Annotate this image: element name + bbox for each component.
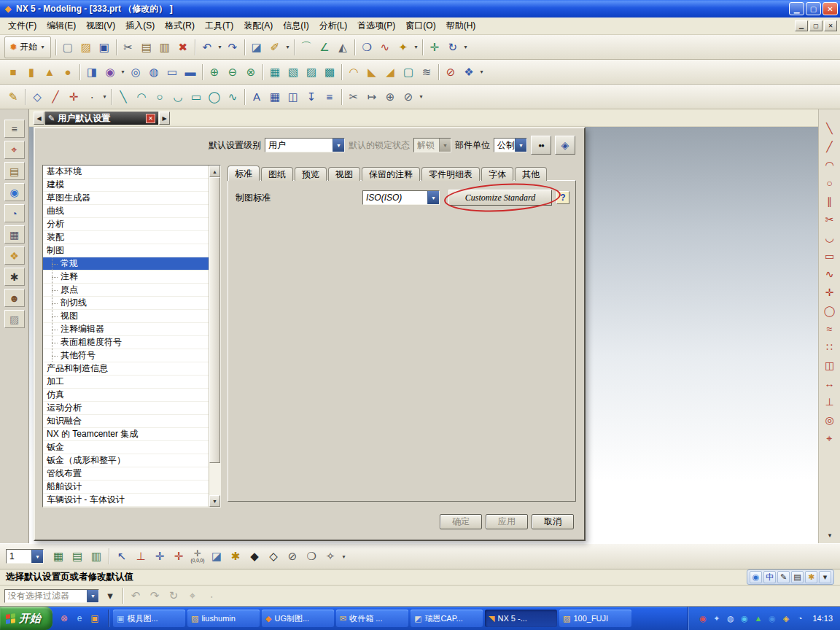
tab-other[interactable]: 其他: [515, 167, 547, 181]
refresh-selection-icon[interactable]: ↻: [165, 587, 182, 604]
drafting-standard-combo[interactable]: ISO(ISO) ▼: [362, 190, 440, 205]
patch-icon[interactable]: ▩: [321, 63, 338, 81]
tree-item[interactable]: 装配: [43, 231, 209, 244]
task-ruien-cap[interactable]: ◩瑞恩CAP...: [411, 610, 483, 627]
templates-icon[interactable]: ▨: [4, 310, 25, 328]
tree-item[interactable]: 草图生成器: [43, 192, 209, 205]
tab-font[interactable]: 字体: [481, 167, 513, 181]
part-navigator-icon[interactable]: ▤: [4, 162, 25, 180]
dialog-close-button[interactable]: ✕: [146, 114, 155, 123]
mirror-icon[interactable]: ◫: [284, 88, 302, 106]
tree-item[interactable]: 钣金（成形和整平）: [43, 454, 209, 467]
fillet-icon[interactable]: ◡: [822, 230, 838, 246]
task-inbox[interactable]: ✉收件箱 ...: [336, 610, 408, 627]
close-button[interactable]: ✕: [822, 2, 838, 15]
navigator-grip-icon[interactable]: ≡: [4, 120, 25, 138]
face-analysis-icon[interactable]: ✦: [394, 39, 412, 56]
customize-standard-button[interactable]: Customize Standard: [448, 190, 552, 206]
snap-point-icon[interactable]: ✛: [426, 39, 443, 56]
deselect-all-icon[interactable]: ∙: [203, 587, 220, 604]
offset-curve-icon[interactable]: ≡: [321, 88, 338, 106]
block-icon[interactable]: ■: [4, 63, 22, 81]
draft-icon[interactable]: ◢: [381, 63, 399, 81]
paste-icon[interactable]: ▥: [156, 39, 174, 56]
task-100-fuji[interactable]: ▨100_FUJI: [559, 610, 631, 627]
arc-icon[interactable]: ◠: [133, 88, 150, 106]
tree-item[interactable]: 运动分析: [43, 402, 209, 415]
derived-line-icon[interactable]: ∥: [822, 193, 838, 209]
ellipse-icon[interactable]: ◯: [206, 88, 223, 106]
mirror-curve-icon[interactable]: ◫: [822, 357, 838, 373]
menu-preferences[interactable]: 首选项(P): [352, 18, 400, 34]
tree-item[interactable]: 管线布置: [43, 467, 209, 481]
menu-window[interactable]: 窗口(O): [400, 18, 440, 34]
tree-item[interactable]: 产品和制造信息: [43, 362, 209, 376]
tree-item[interactable]: 分析: [43, 218, 209, 231]
toolbar-options-caret-icon[interactable]: ▾: [462, 39, 469, 56]
select-next-icon[interactable]: ↷: [146, 587, 163, 604]
target-point-icon[interactable]: ⌖: [822, 430, 838, 446]
cylinder-icon[interactable]: ▮: [23, 63, 40, 81]
pattern-curve-icon[interactable]: ∷: [822, 339, 838, 355]
tree-item[interactable]: NX 的 Teamcenter 集成: [43, 428, 209, 441]
system-materials-icon[interactable]: ▦: [4, 225, 25, 244]
network-tray-icon[interactable]: ◉: [739, 614, 750, 623]
datum-plane-icon[interactable]: ◇: [28, 88, 46, 106]
tree-item[interactable]: 加工: [43, 376, 209, 389]
quick-trim-icon[interactable]: ✂: [822, 211, 838, 228]
restore-button[interactable]: ▢: [806, 2, 821, 15]
no-snap-icon[interactable]: ⊘: [284, 548, 301, 565]
snapshot-icon[interactable]: ⌖: [184, 587, 201, 604]
antivirus-tray-icon[interactable]: ◉: [697, 614, 708, 623]
view-orient-icon[interactable]: ◪: [248, 39, 265, 56]
tree-item[interactable]: 表面粗糙度符号: [43, 336, 209, 349]
cut-icon[interactable]: ✂: [120, 39, 137, 56]
snap-circle-icon[interactable]: ❍: [303, 548, 320, 565]
menu-information[interactable]: 信息(I): [278, 18, 314, 34]
menu-file[interactable]: 文件(F): [3, 18, 42, 34]
offset-curve-icon[interactable]: ≈: [822, 321, 838, 337]
info-icon[interactable]: ✐: [266, 39, 284, 56]
select-previous-icon[interactable]: ↶: [127, 587, 144, 604]
tree-item[interactable]: 基本环境: [43, 166, 209, 179]
menu-tools[interactable]: 工具(T): [200, 18, 238, 34]
tools-icon[interactable]: ✱: [4, 268, 25, 286]
ie-quick-icon[interactable]: e: [73, 612, 86, 625]
cone-icon[interactable]: ▲: [41, 63, 58, 81]
help-button[interactable]: ?: [556, 191, 569, 204]
units-combo-arrow-icon[interactable]: ▼: [515, 139, 526, 152]
history-icon[interactable]: ◔: [4, 204, 25, 222]
tree-item[interactable]: 车辆设计 - 车体设计: [43, 494, 209, 507]
selection-filter-arrow-icon[interactable]: ▼: [87, 590, 98, 602]
tree-item[interactable]: 建模: [43, 179, 209, 192]
tab-retained-annotations[interactable]: 保留的注释: [362, 167, 420, 181]
tree-item[interactable]: 知识融合: [43, 415, 209, 428]
work-layer-combo-arrow-icon[interactable]: ▼: [31, 550, 43, 563]
menu-assemblies[interactable]: 装配(A): [238, 18, 278, 34]
work-layer-combo[interactable]: 1 ▼: [6, 549, 44, 564]
tab-standard[interactable]: 标准: [228, 166, 260, 181]
sphere-icon[interactable]: ●: [59, 63, 77, 81]
zoom-icon[interactable]: ❍: [358, 39, 376, 56]
scroll-up-icon[interactable]: ▲: [209, 166, 220, 177]
tab-view[interactable]: 视图: [328, 167, 360, 181]
ime-pen-icon[interactable]: ✎: [777, 571, 790, 583]
menu-format[interactable]: 格式(R): [160, 18, 200, 34]
tab-parts-list[interactable]: 零件明细表: [421, 167, 480, 181]
desktop-quick-icon[interactable]: ▣: [88, 612, 101, 625]
mdi-close-button[interactable]: ✕: [824, 20, 837, 31]
subtract-icon[interactable]: ⊖: [224, 63, 241, 81]
hole-icon[interactable]: ◎: [127, 63, 144, 81]
scrollbar-thumb[interactable]: [209, 177, 220, 463]
roles-icon[interactable]: ☻: [4, 289, 25, 307]
snap-mid-point-icon[interactable]: ✛: [151, 548, 168, 565]
origin-csys-icon[interactable]: ✛(0,0,0): [189, 548, 206, 565]
level-combo-arrow-icon[interactable]: ▼: [332, 139, 344, 152]
measure-distance-icon[interactable]: ⌒: [298, 39, 315, 56]
assembly-navigator-icon[interactable]: ⌖: [4, 141, 25, 159]
units-combo[interactable]: 公制 ▼: [494, 138, 527, 152]
profile-icon[interactable]: ╲: [822, 120, 838, 136]
undo-icon[interactable]: ↶: [198, 39, 216, 56]
tree-item[interactable]: 注释编辑器: [43, 323, 209, 336]
mdi-restore-button[interactable]: ▢: [809, 20, 822, 31]
